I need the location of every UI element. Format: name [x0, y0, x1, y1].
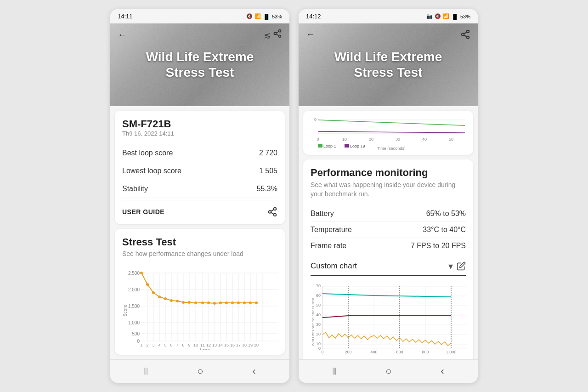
svg-text:0: 0: [314, 117, 317, 122]
stress-chart-svg: 2.500 2.000 1.500 1.000 500 0 Score: [122, 265, 283, 350]
share-button-right[interactable]: [460, 29, 470, 40]
stress-card: Stress Test See how performance changes …: [115, 229, 285, 355]
stability-value: 55.3%: [257, 185, 277, 193]
svg-text:50: 50: [316, 303, 321, 307]
left-phone: 14:11 🔇 📶 ▐▌ 53% ← ≲: [110, 9, 289, 383]
stability-row: Stability 55.3%: [122, 180, 277, 198]
nav-bar-right: ⦀ ○ ‹: [299, 359, 478, 383]
svg-point-7: [274, 214, 277, 216]
svg-rect-100: [345, 144, 349, 148]
frame-rate-value: 7 FPS to 20 FPS: [411, 242, 466, 250]
user-guide-label: USER GUIDE: [122, 208, 164, 216]
recent-apps-right[interactable]: ⦀: [332, 365, 336, 377]
right-phone-content: ← Wild Life ExtremeStress Test 0: [299, 23, 478, 359]
battery-row: Battery 65% to 53%: [311, 206, 466, 222]
signal-icon-right: ▐▌: [451, 14, 458, 19]
svg-text:8: 8: [182, 343, 184, 347]
right-phone: 14:12 📷 🔇 📶 ▐▌ 53% ←: [299, 9, 478, 383]
svg-text:6: 6: [170, 343, 172, 347]
user-guide-row[interactable]: USER GUIDE: [122, 200, 277, 217]
perf-card: Performance monitoring See what was happ…: [303, 159, 473, 359]
hero-title-right: Wild Life ExtremeStress Test: [334, 49, 442, 80]
svg-text:16: 16: [230, 343, 235, 347]
svg-point-46: [158, 295, 161, 298]
temperature-row: Temperature 33°C to 40°C: [311, 222, 466, 238]
svg-point-55: [213, 302, 216, 305]
svg-text:13: 13: [212, 343, 217, 347]
best-loop-value: 2 720: [259, 149, 277, 157]
back-button-right[interactable]: ←: [306, 29, 315, 40]
svg-text:2.500: 2.500: [128, 271, 140, 276]
svg-text:200: 200: [345, 350, 351, 354]
svg-point-61: [249, 301, 252, 304]
svg-text:17: 17: [236, 343, 241, 347]
svg-text:11: 11: [200, 343, 205, 347]
back-nav-right[interactable]: ‹: [441, 365, 444, 377]
svg-text:3: 3: [152, 343, 154, 347]
signal-icon: ▐▌: [263, 14, 270, 19]
svg-point-57: [225, 301, 228, 304]
back-nav-left[interactable]: ‹: [252, 365, 255, 377]
stress-title: Stress Test: [122, 236, 277, 248]
battery-value: 65% to 53%: [426, 210, 466, 218]
svg-text:20: 20: [316, 332, 321, 336]
share-icon-card[interactable]: [267, 207, 277, 217]
svg-text:0: 0: [317, 137, 319, 142]
svg-point-43: [140, 272, 143, 274]
mini-chart: 0 0 10 20 30 40 50: [309, 115, 468, 152]
custom-chart-container: 70 60 50 40 30 20 10 0 Wild Life Extreme…: [311, 281, 466, 359]
home-left[interactable]: ○: [197, 365, 203, 377]
svg-rect-98: [318, 144, 322, 148]
share-button-left[interactable]: ≲: [264, 29, 282, 40]
svg-point-84: [467, 30, 469, 33]
custom-chart-svg: 70 60 50 40 30 20 10 0 Wild Life Extreme…: [311, 281, 474, 359]
svg-point-1: [274, 33, 277, 35]
lowest-loop-label: Lowest loop score: [122, 167, 181, 175]
hero-wrapper-left: ← ≲ Wild Life ExtremeStress Test: [110, 23, 289, 106]
svg-point-59: [237, 301, 240, 304]
svg-text:Loop 1: Loop 1: [323, 144, 336, 148]
frame-rate-label: Frame rate: [311, 242, 346, 250]
frame-rate-row: Frame rate 7 FPS to 20 FPS: [311, 238, 466, 254]
custom-chart-label: Custom chart: [311, 261, 448, 271]
svg-line-4: [276, 31, 279, 33]
back-button-left[interactable]: ←: [118, 29, 127, 40]
svg-text:10: 10: [316, 341, 321, 346]
perf-desc: See what was happening inside your devic…: [311, 181, 466, 199]
svg-text:Time (seconds): Time (seconds): [377, 146, 406, 150]
stress-desc: See how performance changes under load: [122, 250, 277, 257]
time-left: 14:11: [118, 13, 133, 20]
svg-text:400: 400: [370, 350, 377, 354]
svg-point-62: [255, 301, 258, 304]
recent-apps-left[interactable]: ⦀: [144, 365, 148, 377]
svg-text:30: 30: [316, 322, 321, 327]
svg-point-50: [182, 301, 185, 304]
svg-text:2: 2: [146, 343, 148, 347]
svg-text:Loop 19: Loop 19: [350, 144, 365, 148]
svg-text:15: 15: [224, 343, 229, 347]
svg-text:20: 20: [369, 137, 373, 142]
status-bar-right: 14:12 📷 🔇 📶 ▐▌ 53%: [299, 9, 478, 23]
home-right[interactable]: ○: [385, 365, 391, 377]
status-icons-left: 🔇 📶 ▐▌ 53%: [246, 13, 282, 19]
custom-chart-dropdown[interactable]: Custom chart ▾: [311, 261, 466, 276]
edit-icon[interactable]: [457, 261, 466, 271]
svg-text:40: 40: [422, 137, 427, 142]
device-card: SM-F721B Th9 16, 2022 14:11 Best loop sc…: [115, 111, 285, 224]
status-bar-left: 14:11 🔇 📶 ▐▌ 53%: [110, 9, 289, 23]
stability-label: Stability: [122, 185, 148, 193]
svg-text:600: 600: [396, 350, 403, 354]
battery-left: 53%: [272, 14, 282, 19]
svg-text:1.500: 1.500: [128, 304, 140, 309]
svg-point-51: [188, 301, 191, 304]
svg-point-6: [269, 210, 271, 213]
svg-point-47: [164, 297, 167, 300]
svg-text:20: 20: [254, 343, 259, 347]
lowest-loop-value: 1 505: [259, 167, 277, 175]
svg-text:5: 5: [164, 343, 166, 347]
mute-icon-right: 🔇: [435, 13, 441, 19]
svg-text:9: 9: [188, 343, 190, 347]
svg-line-88: [464, 32, 467, 34]
dropdown-arrow-icon[interactable]: ▾: [448, 261, 453, 272]
svg-line-8: [271, 212, 274, 214]
